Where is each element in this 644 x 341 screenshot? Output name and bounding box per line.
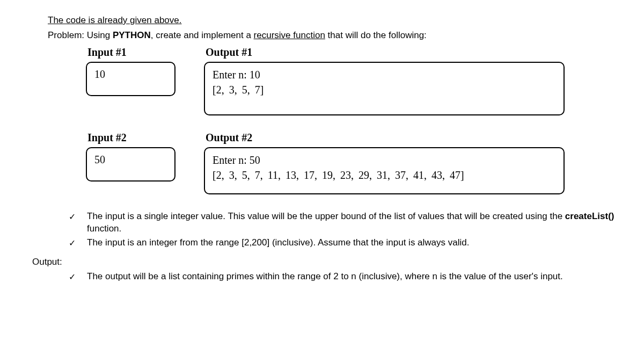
output-heading-1: Output #1 [206, 46, 617, 59]
input-value-2: 50 [94, 154, 105, 165]
input-note-2: ✓ The input is an integer from the range… [69, 237, 617, 249]
output-column-2: Output #2 Enter n: 50 [2, 3, 5, 7, 11, 1… [204, 132, 617, 194]
intro-line: The code is already given above. [48, 15, 617, 26]
output-enter-line-1: Enter n: 10 [213, 67, 556, 82]
checkmark-icon: ✓ [69, 211, 87, 223]
problem-mid: , create and implement a [151, 30, 254, 40]
output-box-1: Enter n: 10 [2, 3, 5, 7] [204, 62, 565, 115]
note-1-post: function. [87, 223, 121, 234]
output-list-2: [2, 3, 5, 7, 11, 13, 17, 19, 23, 29, 31,… [213, 168, 556, 183]
input-notes-list: ✓ The input is a single integer value. T… [69, 211, 617, 249]
note-1-func: createList() [565, 211, 614, 221]
input-heading-2: Input #2 [87, 132, 204, 144]
output-column-1: Output #1 Enter n: 10 [2, 3, 5, 7] [204, 46, 617, 115]
output-note-1: ✓ The output will be a list containing p… [69, 271, 617, 283]
examples-container: Input #1 10 Output #1 Enter n: 10 [2, 3,… [86, 46, 617, 194]
input-note-1: ✓ The input is a single integer value. T… [69, 211, 617, 235]
input-box-1: 10 [86, 62, 175, 96]
output-enter-line-2: Enter n: 50 [213, 153, 556, 168]
problem-underlined: recursive function [254, 30, 325, 40]
output-section-label: Output: [32, 257, 617, 267]
example-row-1: Input #1 10 Output #1 Enter n: 10 [2, 3,… [86, 46, 617, 115]
problem-prefix: Problem: Using [48, 30, 113, 40]
input-note-1-text: The input is a single integer value. Thi… [87, 211, 617, 235]
problem-language: PYTHON [113, 30, 151, 40]
output-box-2: Enter n: 50 [2, 3, 5, 7, 11, 13, 17, 19,… [204, 147, 565, 194]
output-list-1: [2, 3, 5, 7] [213, 82, 556, 97]
problem-statement: Problem: Using PYTHON, create and implem… [48, 30, 617, 41]
output-heading-2: Output #2 [206, 132, 617, 144]
checkmark-icon: ✓ [69, 237, 87, 249]
example-row-2: Input #2 50 Output #2 Enter n: 50 [2, 3,… [86, 132, 617, 194]
input-column-1: Input #1 10 [86, 46, 204, 96]
input-value-1: 10 [94, 68, 105, 80]
input-note-2-text: The input is an integer from the range [… [87, 237, 469, 249]
output-note-1-text: The output will be a list containing pri… [87, 271, 563, 283]
input-heading-1: Input #1 [87, 46, 204, 59]
note-1-pre: The input is a single integer value. Thi… [87, 211, 565, 221]
input-column-2: Input #2 50 [86, 132, 204, 182]
output-notes-list: ✓ The output will be a list containing p… [69, 271, 617, 283]
problem-suffix: that will do the following: [325, 30, 427, 40]
input-box-2: 50 [86, 147, 175, 182]
checkmark-icon: ✓ [69, 271, 87, 283]
